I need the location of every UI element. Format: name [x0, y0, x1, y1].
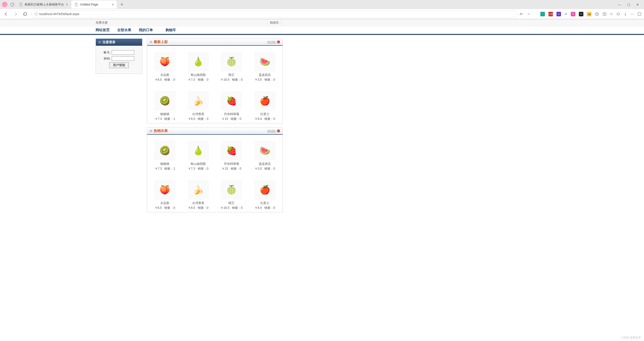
favorites-bar-icon[interactable]: ✩	[610, 12, 613, 16]
product-card[interactable]: 🍈晴王￥16.5销量：0	[217, 180, 246, 210]
extension-icon[interactable]: ••	[579, 12, 583, 16]
cart-link[interactable]: 购物车	[267, 21, 282, 25]
product-image[interactable]: 🍑	[154, 180, 175, 200]
product-name[interactable]: 盖县西瓜	[251, 162, 279, 166]
product-card[interactable]: 🍉盖县西瓜￥3.5销量：0	[251, 141, 279, 171]
register-link[interactable]: 免费注册	[96, 21, 108, 25]
product-name[interactable]: 猕猴桃	[151, 162, 179, 166]
product-card[interactable]: 🍎红富士￥8.4销量：0	[251, 180, 279, 210]
product-sales-label: 销量：	[198, 206, 207, 210]
nav-cart[interactable]: 购物车	[166, 28, 176, 32]
product-name[interactable]: 红富士	[251, 112, 279, 116]
product-name[interactable]: 鞍山南国梨	[184, 73, 213, 77]
more-link[interactable]: MORE›	[267, 40, 280, 43]
extension-icon[interactable]: ⇄	[565, 12, 567, 16]
product-card[interactable]: 🍐鞍山南国梨￥7.3销量：0	[184, 141, 213, 171]
product-name[interactable]: 鞍山南国梨	[184, 162, 213, 166]
product-image[interactable]: 🍌	[188, 91, 209, 111]
product-image[interactable]: 🍎	[254, 180, 275, 200]
browser-tab-0[interactable]: 鲜果到万家网上水果销售平台 ×	[16, 1, 71, 9]
downloads-icon[interactable]: ⭳	[624, 12, 627, 16]
product-name[interactable]: 晴王	[217, 201, 246, 205]
login-button[interactable]: 用户登陆	[109, 62, 129, 68]
product-image[interactable]: 🥝	[154, 141, 175, 160]
product-name[interactable]: 丹东99草莓	[217, 162, 246, 166]
split-screen-icon[interactable]	[602, 12, 607, 16]
product-name[interactable]: 丹东99草莓	[217, 112, 246, 116]
nav-home[interactable]: 网站首页	[96, 28, 110, 32]
product-card[interactable]: 🥝猕猴桃￥7.3销量：1	[151, 141, 179, 171]
favorite-icon[interactable]: ☆	[527, 12, 530, 16]
workspace-icon[interactable]	[10, 2, 15, 7]
extension-icon[interactable]: ✕	[571, 12, 575, 16]
product-name[interactable]: 晴王	[217, 73, 246, 77]
product-card[interactable]: 🍓丹东99草莓￥15销量：0	[217, 91, 246, 121]
product-sales-value: 0	[241, 78, 243, 81]
product-card[interactable]: 🍉盖县西瓜￥3.5销量：0	[251, 52, 279, 82]
tab-close-icon[interactable]: ×	[66, 3, 68, 7]
browser-tab-1[interactable]: Untitled Page ×	[71, 1, 117, 9]
product-card[interactable]: 🍑水晶梨￥8.5销量：0	[151, 180, 179, 210]
extension-icon[interactable]: 📦	[587, 12, 591, 16]
product-image[interactable]: 🍎	[254, 91, 275, 111]
extensions-menu-icon[interactable]	[595, 12, 599, 16]
product-name[interactable]: 猕猴桃	[151, 112, 179, 116]
product-card[interactable]: 🥝猕猴桃￥7.3销量：1	[151, 91, 179, 121]
product-image[interactable]: 🍌	[188, 180, 209, 200]
new-tab-button[interactable]: +	[118, 1, 125, 8]
product-meta: ￥16.5销量：0	[217, 206, 246, 210]
product-image[interactable]: 🍈	[221, 52, 242, 71]
read-aloud-icon[interactable]: A⁺	[520, 12, 524, 16]
url-bar[interactable]: ⓘ localhost:4474/Default.aspx	[31, 10, 517, 18]
product-card[interactable]: 🍓丹东99草莓￥15销量：0	[217, 141, 246, 171]
product-image[interactable]: 🍐	[188, 141, 209, 160]
extension-icon[interactable]: IA	[556, 12, 561, 16]
product-name[interactable]: 红富士	[251, 201, 279, 205]
sidebar: 注册登录 帐号: 密码: 用户登陆	[96, 38, 142, 216]
extension-icon[interactable]: 🌐	[540, 12, 545, 16]
product-name[interactable]: 台湾香蕉	[184, 112, 213, 116]
product-name[interactable]: 水晶梨	[151, 73, 179, 77]
product-meta: ￥8.4销量：0	[251, 206, 279, 210]
product-name[interactable]: 水晶梨	[151, 201, 179, 205]
product-name[interactable]: 台湾香蕉	[184, 201, 213, 205]
tab-close-icon[interactable]: ×	[112, 3, 114, 7]
product-image[interactable]: 🍓	[221, 141, 242, 160]
product-price: ￥15	[222, 167, 228, 170]
product-name[interactable]: 盖县西瓜	[251, 73, 279, 77]
site-info-icon[interactable]: ⓘ	[34, 12, 38, 16]
product-card[interactable]: 🍈晴王￥16.5销量：0	[217, 52, 246, 82]
minimize-button[interactable]: —	[618, 3, 621, 7]
product-card[interactable]: 🍌台湾香蕉￥6.5销量：0	[184, 180, 213, 210]
refresh-button[interactable]	[22, 11, 29, 18]
product-price: ￥7.3	[188, 167, 195, 170]
product-panel: 最新上架MORE›🍑水晶梨￥8.5销量：0🍐鞍山南国梨￥7.3销量：0🍈晴王￥1…	[147, 38, 283, 123]
product-image[interactable]: 🥝	[154, 91, 175, 111]
nav-my-orders[interactable]: 我的订单	[139, 28, 153, 32]
product-image[interactable]: 🍉	[254, 141, 275, 160]
nav-all-fruits[interactable]: 全部水果	[117, 28, 131, 32]
more-menu-icon[interactable]: ⋯	[631, 12, 634, 16]
product-card[interactable]: 🍑水晶梨￥8.5销量：0	[151, 52, 179, 82]
profile-avatar[interactable]	[2, 2, 8, 7]
product-price: ￥8.5	[155, 78, 162, 81]
history-icon[interactable]	[616, 12, 620, 16]
password-input[interactable]	[112, 56, 134, 61]
more-link[interactable]: MORE›	[267, 129, 280, 132]
product-image[interactable]: 🍉	[254, 52, 275, 71]
product-card[interactable]: 🍐鞍山南国梨￥7.3销量：0	[184, 52, 213, 82]
product-card[interactable]: 🍌台湾香蕉￥6.5销量：0	[184, 91, 213, 121]
product-image[interactable]: 🍑	[154, 52, 175, 71]
copilot-icon[interactable]	[637, 12, 641, 16]
maximize-button[interactable]: ▢	[627, 3, 630, 7]
extension-icon[interactable]: 1.50	[548, 12, 553, 16]
close-window-button[interactable]: ✕	[636, 3, 639, 7]
product-image[interactable]: 🍓	[221, 91, 242, 111]
account-input[interactable]	[112, 50, 134, 55]
product-image[interactable]: 🍈	[221, 180, 242, 200]
url-text: localhost:4474/Default.aspx	[39, 12, 79, 16]
product-image[interactable]: 🍐	[188, 52, 209, 71]
product-card[interactable]: 🍎红富士￥8.4销量：0	[251, 91, 279, 121]
back-button[interactable]	[3, 11, 10, 18]
product-price: ￥3.5	[255, 78, 262, 81]
